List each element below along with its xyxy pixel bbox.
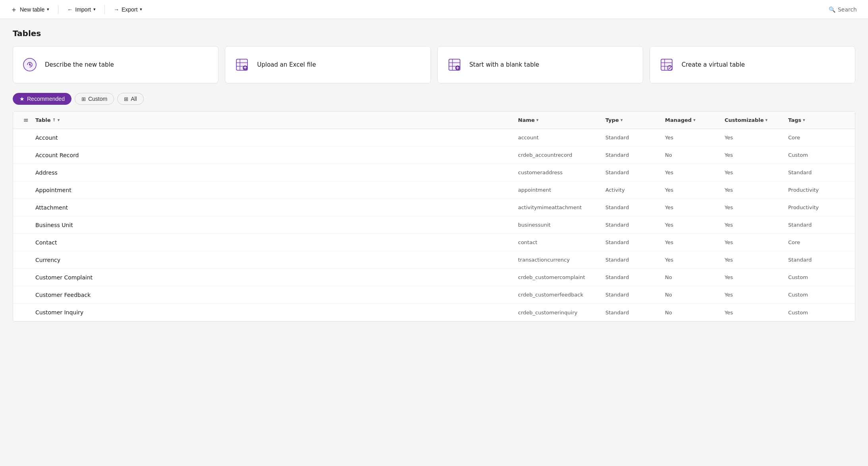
all-grid-icon: ⊞ bbox=[124, 96, 128, 102]
col-header-name[interactable]: Name ▾ bbox=[518, 117, 605, 123]
col-header-table[interactable]: Table ↑ ▾ bbox=[35, 117, 518, 123]
describe-table-card[interactable]: Describe the new table bbox=[13, 46, 218, 83]
cell-name: transactioncurrency bbox=[518, 257, 605, 263]
customizable-chevron-icon: ▾ bbox=[766, 117, 768, 123]
import-label: Import bbox=[75, 6, 91, 13]
export-icon: → bbox=[114, 6, 119, 13]
table-row[interactable]: ⋮ Contact contact Standard Yes Yes Core bbox=[13, 234, 855, 251]
cell-name: crdeb_accountrecord bbox=[518, 152, 605, 158]
table-row[interactable]: ⋮ Business Unit businessunit Standard Ye… bbox=[13, 216, 855, 234]
col-header-tags[interactable]: Tags ▾ bbox=[788, 117, 852, 123]
upload-excel-card[interactable]: Upload an Excel file bbox=[225, 46, 431, 83]
cell-managed: No bbox=[665, 152, 725, 158]
cell-type: Standard bbox=[605, 135, 665, 141]
cell-customizable: Yes bbox=[725, 204, 788, 210]
sort-chevron-icon: ▾ bbox=[58, 117, 60, 123]
cell-managed: Yes bbox=[665, 135, 725, 141]
cell-customizable: Yes bbox=[725, 310, 788, 316]
separator-2 bbox=[104, 5, 105, 14]
cell-customizable: Yes bbox=[725, 152, 788, 158]
cell-managed: Yes bbox=[665, 257, 725, 263]
table-row[interactable]: ⋮ Appointment appointment Activity Yes Y… bbox=[13, 181, 855, 199]
table-row[interactable]: ⋮ Account account Standard Yes Yes Core bbox=[13, 129, 855, 146]
cell-name: appointment bbox=[518, 187, 605, 193]
sort-asc-icon: ↑ bbox=[52, 117, 56, 123]
table-row[interactable]: ⋮ Currency transactioncurrency Standard … bbox=[13, 251, 855, 269]
col-header-type[interactable]: Type ▾ bbox=[605, 117, 665, 123]
import-chevron-icon: ▾ bbox=[93, 7, 96, 12]
blank-card-label: Start with a blank table bbox=[470, 61, 539, 68]
blank-table-card[interactable]: Start with a blank table bbox=[437, 46, 643, 83]
filter-custom[interactable]: ⊞ Custom bbox=[75, 93, 114, 105]
filter-recommended-label: Recommended bbox=[27, 96, 65, 102]
filter-recommended[interactable]: ★ Recommended bbox=[13, 93, 72, 105]
virtual-icon bbox=[658, 56, 675, 73]
table-row[interactable]: ⋮ Customer Feedback crdeb_customerfeedba… bbox=[13, 286, 855, 304]
search-area[interactable]: 🔍 Search bbox=[824, 4, 862, 15]
table-header-row: ≡ Table ↑ ▾ Name ▾ Type ▾ Managed ▾ Cust… bbox=[13, 112, 855, 129]
cell-name: contact bbox=[518, 239, 605, 245]
cell-table-name: Appointment bbox=[35, 187, 518, 193]
cell-tags: Custom bbox=[788, 274, 852, 280]
col-managed-label: Managed bbox=[665, 117, 692, 123]
col-customizable-label: Customizable bbox=[725, 117, 764, 123]
table-row[interactable]: ⋮ Customer Inquiry crdeb_customerinquiry… bbox=[13, 304, 855, 321]
cell-customizable: Yes bbox=[725, 257, 788, 263]
cell-customizable: Yes bbox=[725, 292, 788, 298]
cell-table-name: Customer Feedback bbox=[35, 292, 518, 298]
cell-managed: Yes bbox=[665, 169, 725, 175]
cell-name: businessunit bbox=[518, 222, 605, 228]
upload-card-label: Upload an Excel file bbox=[257, 61, 316, 68]
svg-point-1 bbox=[29, 64, 31, 65]
import-icon: ← bbox=[67, 6, 73, 13]
virtual-table-card[interactable]: Create a virtual table bbox=[650, 46, 855, 83]
cell-type: Standard bbox=[605, 292, 665, 298]
cell-name: crdeb_customerfeedback bbox=[518, 292, 605, 298]
export-button[interactable]: → Export ▾ bbox=[110, 4, 146, 15]
cell-type: Standard bbox=[605, 152, 665, 158]
describe-icon bbox=[21, 56, 39, 73]
cell-customizable: Yes bbox=[725, 274, 788, 280]
cell-table-name: Address bbox=[35, 169, 518, 176]
cell-tags: Custom bbox=[788, 310, 852, 316]
col-tags-label: Tags bbox=[788, 117, 801, 123]
col-name-label: Name bbox=[518, 117, 535, 123]
table-row[interactable]: ⋮ Customer Complaint crdeb_customercompl… bbox=[13, 269, 855, 286]
cell-name: account bbox=[518, 135, 605, 141]
table-body: ⋮ Account account Standard Yes Yes Core … bbox=[13, 129, 855, 321]
cell-table-name: Account bbox=[35, 135, 518, 141]
new-table-button[interactable]: ＋ New table ▾ bbox=[6, 2, 53, 17]
virtual-card-label: Create a virtual table bbox=[682, 61, 745, 68]
cell-type: Standard bbox=[605, 204, 665, 210]
col-header-managed[interactable]: Managed ▾ bbox=[665, 117, 725, 123]
cell-tags: Custom bbox=[788, 292, 852, 298]
table-row[interactable]: ⋮ Address customeraddress Standard Yes Y… bbox=[13, 164, 855, 181]
import-button[interactable]: ← Import ▾ bbox=[63, 4, 100, 15]
cell-tags: Standard bbox=[788, 222, 852, 228]
new-table-label: New table bbox=[20, 6, 44, 13]
col-header-customizable[interactable]: Customizable ▾ bbox=[725, 117, 788, 123]
custom-grid-icon: ⊞ bbox=[81, 96, 86, 102]
separator-1 bbox=[58, 5, 58, 14]
cell-type: Standard bbox=[605, 222, 665, 228]
cell-name: crdeb_customercomplaint bbox=[518, 274, 605, 280]
cell-tags: Standard bbox=[788, 257, 852, 263]
cell-name: customeraddress bbox=[518, 169, 605, 175]
describe-card-label: Describe the new table bbox=[45, 61, 114, 68]
cell-tags: Core bbox=[788, 239, 852, 245]
page-title: Tables bbox=[13, 29, 855, 38]
list-view-icon[interactable]: ≡ bbox=[23, 116, 28, 124]
cell-name: crdeb_customerinquiry bbox=[518, 310, 605, 316]
table-row[interactable]: ⋮ Account Record crdeb_accountrecord Sta… bbox=[13, 146, 855, 164]
star-icon: ★ bbox=[19, 96, 25, 102]
cell-table-name: Contact bbox=[35, 239, 518, 246]
filter-all[interactable]: ⊞ All bbox=[117, 93, 144, 105]
cell-customizable: Yes bbox=[725, 239, 788, 245]
cell-tags: Core bbox=[788, 135, 852, 141]
table-row[interactable]: ⋮ Attachment activitymimeattachment Stan… bbox=[13, 199, 855, 216]
cell-type: Standard bbox=[605, 169, 665, 175]
cell-name: activitymimeattachment bbox=[518, 204, 605, 210]
name-chevron-icon: ▾ bbox=[536, 117, 539, 123]
cell-customizable: Yes bbox=[725, 222, 788, 228]
col-table-label: Table bbox=[35, 117, 51, 123]
